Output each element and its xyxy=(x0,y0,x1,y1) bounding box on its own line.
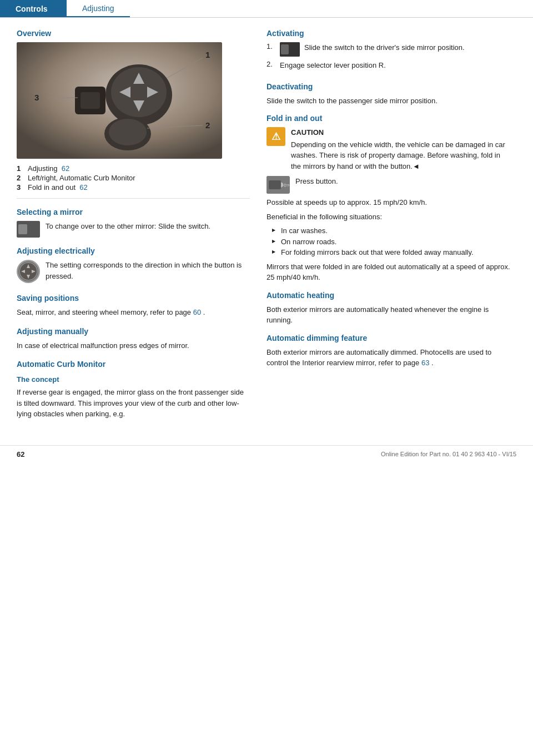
adjusting-manually-title: Adjusting manually xyxy=(17,327,250,336)
press-button-row: Press button. xyxy=(266,176,511,194)
item-text: Adjusting 62 xyxy=(28,164,69,173)
overview-title: Overview xyxy=(17,29,250,38)
deactivating-text: Slide the switch to the passenger side m… xyxy=(266,95,511,107)
tab-adjusting[interactable]: Adjusting xyxy=(67,0,130,17)
saving-positions-title: Saving positions xyxy=(17,294,250,303)
dimming-link[interactable]: 63 xyxy=(421,359,429,367)
activating-title: Activating xyxy=(266,29,511,38)
list-item: 2 Left/right, Automatic Curb Monitor xyxy=(17,174,250,182)
main-content: Overview xyxy=(0,18,533,434)
left-column: Overview xyxy=(17,29,250,423)
switch-step-icon xyxy=(280,42,300,57)
link-adjusting[interactable]: 62 xyxy=(62,164,69,173)
overview-list: 1 Adjusting 62 2 Left/right, Automatic C… xyxy=(17,164,250,191)
switch-icon-svg xyxy=(17,221,40,238)
tab-controls[interactable]: Controls xyxy=(0,0,67,17)
adjusting-electrically-text: The setting corresponds to the direction… xyxy=(46,260,250,281)
caution-icon: ⚠ xyxy=(266,127,285,146)
saving-positions-text: Seat, mirror, and steering wheel memory,… xyxy=(17,307,250,318)
adjusting-label: Adjusting xyxy=(82,4,114,13)
beneficial-bullets: In car washes. On narrow roads. For fold… xyxy=(272,225,511,258)
step-1-text: Slide the switch to the driver's side mi… xyxy=(304,42,465,53)
step-2-text: Engage selector lever position R. xyxy=(280,60,386,71)
selecting-mirror-text: To change over to the other mirror: Slid… xyxy=(46,221,210,232)
controls-label: Controls xyxy=(16,4,48,13)
possible-speeds-text: Possible at speeds up to approx. 15 mph/… xyxy=(266,197,511,208)
link-fold[interactable]: 62 xyxy=(79,183,87,191)
bullet-item: For folding mirrors back out that were f… xyxy=(272,247,511,258)
svg-rect-18 xyxy=(18,224,27,234)
item-number: 3 xyxy=(17,183,24,191)
joystick-icon xyxy=(17,260,40,283)
svg-text:2: 2 xyxy=(205,120,210,130)
automatic-heating-text: Both exterior mirrors are automatically … xyxy=(266,304,511,326)
joystick-svg xyxy=(18,261,38,281)
step-num-2: 2. xyxy=(266,60,275,68)
svg-rect-25 xyxy=(281,44,289,54)
list-item: 3 Fold in and out 62 xyxy=(17,183,250,191)
caution-text-block: CAUTION Depending on the vehicle width, … xyxy=(291,127,511,172)
car-controls-photo: 1 2 3 xyxy=(17,42,222,159)
caution-heading: CAUTION xyxy=(291,127,511,138)
item-text: Left/right, Automatic Curb Monitor xyxy=(28,174,135,182)
svg-text:1: 1 xyxy=(205,50,210,59)
item-number: 2 xyxy=(17,174,24,182)
svg-marker-28 xyxy=(281,182,283,188)
bullet-item: In car washes. xyxy=(272,225,511,236)
item-number: 1 xyxy=(17,164,24,173)
press-button-text: Press button. xyxy=(295,176,338,187)
automatic-heating-title: Automatic heating xyxy=(266,291,511,300)
svg-rect-8 xyxy=(81,92,100,109)
controls-svg: 1 2 3 xyxy=(17,42,222,159)
dimming-text-2: . xyxy=(431,359,434,367)
step-1: 1. Slide the switch to the driver's side… xyxy=(266,42,511,57)
caution-box: ⚠ CAUTION Depending on the vehicle width… xyxy=(266,127,511,172)
the-concept-text: If reverse gear is engaged, the mirror g… xyxy=(17,387,250,420)
page-header: Controls Adjusting xyxy=(0,0,533,18)
saving-positions-link[interactable]: 60 xyxy=(193,308,201,316)
caution-body: Depending on the vehicle width, the vehi… xyxy=(291,140,505,170)
page-footer: 62 Online Edition for Part no. 01 40 2 9… xyxy=(0,445,533,463)
saving-text-2: . xyxy=(203,308,205,316)
svg-rect-27 xyxy=(269,180,281,189)
saving-text-1: Seat, mirror, and steering wheel memory,… xyxy=(17,308,191,316)
svg-point-10 xyxy=(109,119,147,145)
the-concept-title: The concept xyxy=(17,375,250,384)
automatic-dimming-text: Both exterior mirrors are automatically … xyxy=(266,347,511,369)
mirror-switch-icon xyxy=(17,221,40,238)
page-number: 62 xyxy=(17,450,24,458)
selecting-mirror-title: Selecting a mirror xyxy=(17,208,250,216)
mirrors-folded-text: Mirrors that were folded in are folded o… xyxy=(266,261,511,283)
step-num-1: 1. xyxy=(266,42,275,51)
adjusting-electrically-title: Adjusting electrically xyxy=(17,246,250,255)
step-icon-svg xyxy=(280,42,300,57)
selecting-mirror-section: To change over to the other mirror: Slid… xyxy=(17,221,250,238)
deactivating-title: Deactivating xyxy=(266,82,511,91)
adjusting-manually-text: In case of electrical malfunction press … xyxy=(17,340,250,351)
svg-text:3: 3 xyxy=(34,93,39,102)
fold-in-out-title: Fold in and out xyxy=(266,114,511,123)
divider xyxy=(17,198,250,199)
dimming-text-1: Both exterior mirrors are automatically … xyxy=(266,348,491,367)
automatic-dimming-title: Automatic dimming feature xyxy=(266,334,511,342)
item-text: Fold in and out 62 xyxy=(28,183,88,191)
automatic-curb-title: Automatic Curb Monitor xyxy=(17,360,250,369)
right-column: Activating 1. Slide the switch to the dr… xyxy=(266,29,511,423)
beneficial-text: Beneficial in the following situations: xyxy=(266,211,511,223)
step-2: 2. Engage selector lever position R. xyxy=(266,60,511,74)
overview-image: 1 2 3 xyxy=(17,42,222,159)
list-item: 1 Adjusting 62 xyxy=(17,164,250,173)
press-button-icon xyxy=(266,176,290,194)
bullet-item: On narrow roads. xyxy=(272,236,511,248)
adjusting-electrically-section: The setting corresponds to the direction… xyxy=(17,260,250,285)
fold-btn-svg xyxy=(266,176,283,194)
footer-text: Online Edition for Part no. 01 40 2 963 … xyxy=(381,451,516,457)
